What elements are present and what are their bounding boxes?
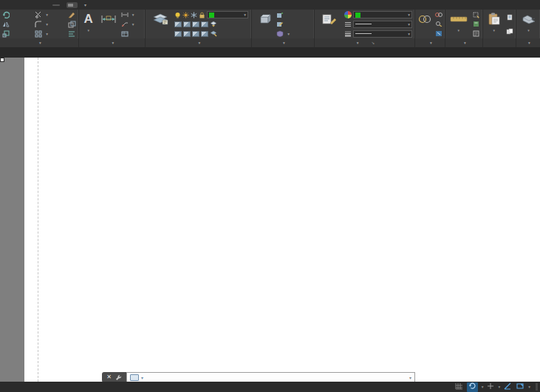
scale-button[interactable] xyxy=(2,30,33,38)
panel-caret-icon: ▾ xyxy=(528,41,530,45)
linetype-dropdown[interactable]: ▾ xyxy=(353,21,412,28)
layer-isolate-icon[interactable] xyxy=(174,21,182,27)
panel-caret-icon: ▾ xyxy=(199,41,201,45)
layer-unlock-tool-icon[interactable] xyxy=(183,31,191,37)
layer-freeze-icon[interactable] xyxy=(191,12,197,18)
object-color-dropdown[interactable]: ▾ xyxy=(353,11,412,18)
create-block-button[interactable] xyxy=(276,10,312,19)
array-button[interactable]: ▾ xyxy=(35,30,65,38)
panel-launcher-icon[interactable]: ↘ xyxy=(372,41,375,45)
dropdown-caret-icon: ▾ xyxy=(244,13,246,17)
linear-button[interactable]: ▾ xyxy=(121,10,143,19)
close-icon[interactable]: ✕ xyxy=(106,374,112,380)
dimension-button[interactable] xyxy=(98,10,119,38)
dimension-icon xyxy=(100,12,117,26)
polar-tracking-icon[interactable] xyxy=(487,382,494,391)
panel-label-utilities[interactable]: ▾ xyxy=(445,38,482,47)
ortho-restrict-icon[interactable] xyxy=(467,382,478,392)
layer-lock-tool-icon[interactable] xyxy=(174,31,182,37)
copy-icon[interactable] xyxy=(67,21,77,28)
panel-label-block[interactable]: ▾ xyxy=(252,38,314,47)
table-button[interactable] xyxy=(121,30,143,38)
layer-properties-button[interactable] xyxy=(148,10,172,38)
ungroup-icon[interactable] xyxy=(435,12,442,18)
panel-label-annotation[interactable]: ▾ xyxy=(79,38,145,47)
text-button[interactable]: A ▾ xyxy=(81,10,96,38)
edit-attributes-button[interactable]: ▾ xyxy=(276,30,312,38)
panel-label-modify[interactable]: ▾ xyxy=(0,38,78,47)
layer-color-swatch xyxy=(209,13,214,18)
trim-button[interactable]: ▾ xyxy=(35,10,65,19)
lineweight-dropdown[interactable]: ▾ xyxy=(353,30,412,38)
layer-thaw-all-icon[interactable] xyxy=(201,31,208,37)
isometric-drafting-icon[interactable] xyxy=(504,382,512,391)
layer-off-icon[interactable] xyxy=(201,21,208,27)
panel-label-properties[interactable]: ▾ ↘ xyxy=(315,38,414,47)
group-button[interactable] xyxy=(417,10,433,38)
group-selection-icon[interactable] xyxy=(435,30,442,37)
layer-freeze-tool-icon[interactable] xyxy=(192,21,199,27)
measure-button[interactable]: ▾ xyxy=(448,10,469,38)
match-properties-button[interactable] xyxy=(317,10,342,38)
layer-unisolate-icon[interactable] xyxy=(183,21,191,27)
layer-on-tool-icon[interactable] xyxy=(192,31,199,37)
layer-properties-icon xyxy=(152,12,168,26)
command-bar-grip[interactable]: ✕ xyxy=(102,372,126,382)
ribbon-display-icon[interactable] xyxy=(66,2,78,8)
command-expand-caret-icon[interactable]: ▾ xyxy=(409,375,411,380)
mirror-button[interactable] xyxy=(2,20,33,29)
linetype-sample xyxy=(355,24,372,24)
customize-wrench-icon[interactable] xyxy=(115,371,122,382)
panel-label-clipboard[interactable] xyxy=(483,38,516,47)
drawing-viewport[interactable]: ✕ ▾ ▾ xyxy=(0,58,540,382)
status-overflow-handle[interactable] xyxy=(536,383,538,391)
recent-commands-caret-icon[interactable]: ▾ xyxy=(141,375,143,380)
command-input[interactable]: ▾ ▾ xyxy=(126,372,415,382)
fillet-button[interactable]: ▾ xyxy=(35,20,65,29)
annotation-visibility-icon[interactable] xyxy=(516,382,524,391)
drawing-canvas[interactable] xyxy=(92,58,512,365)
layer-on-bulb-icon[interactable] xyxy=(174,12,181,18)
table-icon xyxy=(121,31,129,37)
match-properties-icon xyxy=(322,12,337,26)
workspace-caret-icon[interactable]: ▾ xyxy=(528,385,530,389)
fillet-icon xyxy=(35,21,42,28)
stretch-icon[interactable] xyxy=(67,30,77,38)
paste-button[interactable]: ▾ xyxy=(485,10,503,38)
linetype-icon xyxy=(344,21,352,27)
cut-icon[interactable] xyxy=(506,14,513,21)
insert-button[interactable] xyxy=(254,10,274,38)
quick-calc-icon[interactable] xyxy=(473,21,479,27)
group-edit-icon[interactable] xyxy=(435,21,442,27)
leader-button[interactable]: ▾ xyxy=(121,20,143,29)
grid-display-icon[interactable] xyxy=(455,382,463,391)
trim-icon xyxy=(35,11,42,18)
dropdown-caret-icon: ▾ xyxy=(408,13,410,17)
panel-block: ▾ ▾ xyxy=(252,10,315,47)
color-swatch xyxy=(355,13,360,18)
panel-caret-icon: ▾ xyxy=(39,41,41,45)
panel-caret-icon: ▾ xyxy=(283,41,285,45)
autocad-window: ▾ xyxy=(0,0,540,392)
snap-caret-icon[interactable]: ▾ xyxy=(482,385,484,389)
status-bar: ▾ ▾ ▾ xyxy=(0,382,540,392)
panel-label-groups[interactable]: ▾ xyxy=(415,38,445,47)
tab-layout[interactable] xyxy=(52,4,60,6)
rotate-button[interactable] xyxy=(2,10,33,19)
erase-icon[interactable] xyxy=(67,11,77,18)
ribbon-display-caret-icon[interactable]: ▾ xyxy=(84,2,86,7)
panel-annotation: A ▾ ▾ xyxy=(79,10,146,47)
quick-select-icon[interactable] xyxy=(473,12,480,18)
edit-block-button[interactable] xyxy=(276,20,312,29)
panel-label-layers[interactable]: ▾ xyxy=(146,38,251,47)
id-point-icon[interactable] xyxy=(473,30,479,37)
layer-select-dropdown[interactable]: ▾ xyxy=(207,11,248,18)
layer-thaw-sun-icon[interactable] xyxy=(182,12,189,18)
paper-margin-line xyxy=(38,58,38,382)
panel-label-view[interactable]: ▾ xyxy=(516,38,540,47)
panel-caret-icon: ▾ xyxy=(112,41,115,45)
copy-clip-icon[interactable] xyxy=(506,28,513,35)
tracking-caret-icon[interactable]: ▾ xyxy=(498,385,500,389)
base-button[interactable]: ▾ xyxy=(519,10,539,38)
layer-lock-icon[interactable] xyxy=(199,12,205,18)
